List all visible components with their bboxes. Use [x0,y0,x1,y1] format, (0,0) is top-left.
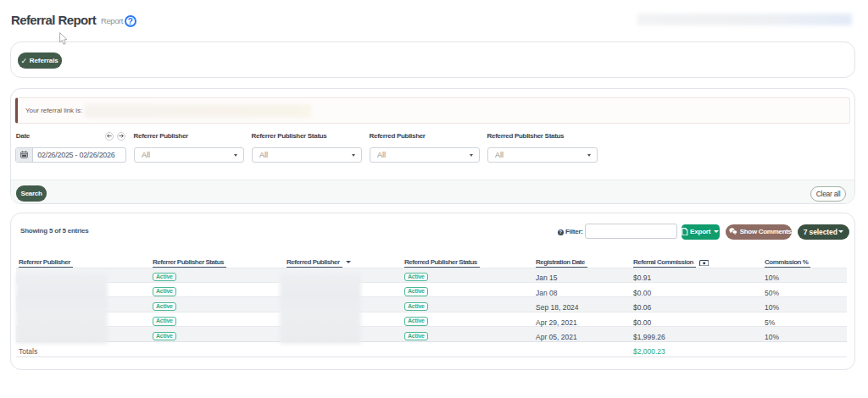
table-row[interactable]: Active Active Apr 29, 2021 $0.00 5% [16,312,847,326]
referred-publisher-select[interactable]: All [370,147,480,163]
totals-label: Totals [16,341,150,357]
status-badge: Active [153,302,176,312]
prev-date-button[interactable] [105,132,114,141]
commission-pct-cell: 50% [762,282,847,296]
comments-icon [729,228,737,235]
referrer-publisher-label: Referrer Publisher [134,132,188,140]
referred-publisher-status-select[interactable]: All [487,147,598,163]
status-cell: Active [150,297,284,312]
referral-commission-cell: $0.06 [631,297,762,312]
col-label: Referred Publisher Status [404,258,480,268]
search-button[interactable]: Search [16,185,47,201]
referral-report-page: Referral Report Report ? ✓ Referrals You… [0,0,868,398]
referral-table: Referrer Publisher Referrer Publisher St… [16,252,847,357]
status-badge: Active [404,287,428,296]
registration-date-cell: Apr 29, 2021 [533,312,631,326]
table-row[interactable]: Active Active Jan 08 $0.00 50% [16,282,847,296]
referrer-publisher-redacted-block [16,273,108,344]
table-row[interactable]: Active Active Sep 18, 2024 $0.06 10% [16,297,847,312]
status-cell: Active [402,282,533,296]
chevron-down-icon [352,154,355,157]
selected-dropdown-button[interactable]: 7 selected [798,224,849,240]
table-row[interactable]: Active Active Jan 15 $0.91 10% [16,268,847,282]
status-cell: Active [402,327,533,341]
referred-publisher-value: All [377,151,386,159]
empty-cell [762,341,847,357]
referral-commission-cell: $0.00 [631,312,762,326]
col-commission-pct[interactable]: Commission % [762,252,847,268]
status-cell: Active [402,297,533,312]
referral-commission-cell: $0.91 [631,268,762,282]
filters-card: Your referral link is: Date 02/26/2025 -… [10,88,855,204]
table-row[interactable]: Active Active Apr 05, 2021 $1,999.26 10% [16,327,847,341]
arrow-left-icon [107,134,112,138]
calendar-icon [16,148,34,161]
registration-date-cell: Jan 08 [533,282,631,296]
caret-down-icon [838,230,843,233]
col-label: Referrer Publisher [19,258,73,268]
col-label: Referrer Publisher Status [153,258,226,268]
commission-pct-cell: 10% [762,297,847,312]
referrer-publisher-status-select[interactable]: All [252,147,362,163]
tab-referrals-label: Referrals [30,57,58,64]
referrer-publisher-status-label: Referrer Publisher Status [252,132,327,140]
col-referrer-publisher-status[interactable]: Referrer Publisher Status [150,252,284,268]
commission-pct-cell: 5% [762,312,847,326]
status-cell: Active [150,282,284,296]
empty-cell [533,341,631,357]
col-label: Referral Commission [633,258,696,268]
money-icon [699,260,709,267]
tab-referrals[interactable]: ✓ Referrals [18,53,62,69]
date-label: Date [16,132,30,140]
status-cell: Active [150,327,284,341]
empty-cell [284,341,402,357]
status-cell: Active [402,312,533,326]
topbar-redacted-area [637,14,852,25]
showing-entries-text: Showing 5 of 5 entries [20,227,89,235]
chevron-down-icon [587,154,591,157]
col-referred-publisher-status[interactable]: Referred Publisher Status [402,252,533,268]
empty-cell [402,341,533,357]
referrer-publisher-status-value: All [259,151,268,159]
next-date-button[interactable] [117,132,126,141]
status-cell: Active [150,312,284,326]
export-button[interactable]: Export [682,224,720,240]
commission-pct-cell: 10% [762,268,847,282]
col-label: Commission % [765,258,810,268]
status-badge: Active [404,273,428,282]
search-button-label: Search [21,190,42,197]
referral-link-alert: Your referral link is: [15,97,850,124]
col-referrer-publisher[interactable]: Referrer Publisher [16,252,150,268]
col-referred-publisher[interactable]: Referred Publisher [284,252,402,268]
chevron-down-icon [470,154,473,157]
table-header-row: Referrer Publisher Referrer Publisher St… [16,252,847,268]
col-referral-commission[interactable]: Referral Commission [631,252,762,268]
question-icon: ? [558,229,565,236]
table-filter-label: Filter: [565,228,583,235]
referral-commission-cell: $1,999.26 [631,327,762,341]
commission-pct-cell: 10% [762,327,847,341]
referral-link-redacted [85,104,311,118]
filters-card-footer: Search Clear all [11,180,854,203]
table-filter-input[interactable] [585,224,677,239]
referred-publisher-status-label: Referred Publisher Status [487,132,565,140]
arrow-right-icon [119,134,124,138]
help-icon[interactable]: ? [125,15,137,28]
clear-all-button[interactable]: Clear all [810,186,845,202]
date-range-input[interactable]: 02/26/2025 - 02/26/2026 [15,147,126,162]
col-registration-date[interactable]: Registration Date [533,252,631,268]
status-cell: Active [150,268,284,282]
status-badge: Active [404,302,428,312]
file-icon [682,228,688,236]
export-button-label: Export [690,228,710,235]
empty-cell [150,341,284,357]
referrer-publisher-select[interactable]: All [134,147,244,163]
chevron-down-icon [234,154,237,157]
show-comments-button[interactable]: Show Comments [726,224,793,240]
referred-publisher-redacted-block [280,273,361,344]
caret-down-icon [714,230,719,233]
status-badge: Active [153,317,176,326]
referral-commission-cell: $0.00 [631,282,762,296]
totals-value: $2,000.23 [631,341,762,357]
referred-publisher-status-value: All [495,151,504,159]
